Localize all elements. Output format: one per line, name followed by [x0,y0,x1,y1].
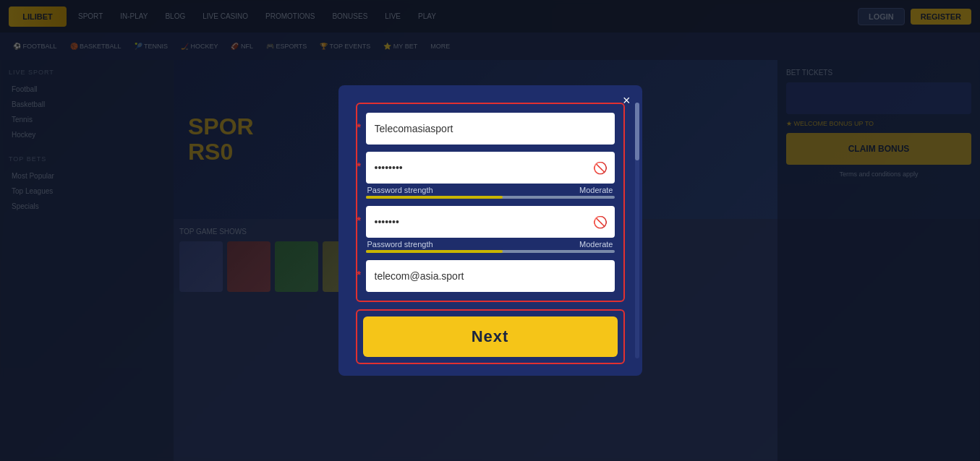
next-button[interactable]: Next [363,316,618,357]
confirm-strength-value: Moderate [579,240,613,249]
password-strength-value: Moderate [579,186,613,194]
password-strength-bar-bg [366,196,615,199]
modal-scrollbar-thumb [635,103,639,160]
confirm-required-indicator: * [357,215,361,226]
confirm-strength-bar-fill [366,250,503,253]
confirm-password-toggle-icon[interactable]: 🚫 [593,215,608,229]
confirm-strength-label: Password strength [367,240,433,249]
confirm-strength-bar-bg [366,250,615,253]
confirm-password-field-group: * 🚫 Password strength Moderate [366,206,615,253]
username-required-indicator: * [357,121,361,133]
next-button-section: Next [356,309,625,364]
password-strength-row: Password strength Moderate [366,186,615,194]
password-field-wrapper: * 🚫 [366,152,615,184]
confirm-password-input[interactable] [366,206,615,238]
confirm-strength-row: Password strength Moderate [366,240,615,249]
email-required-indicator: * [357,269,361,280]
email-input[interactable] [366,260,615,292]
password-strength-label: Password strength [367,186,433,194]
modal-scrollbar[interactable] [635,103,639,358]
modal-close-button[interactable]: × [623,94,631,107]
username-input[interactable] [366,113,615,145]
password-input[interactable] [366,152,615,184]
password-toggle-icon[interactable]: 🚫 [593,161,608,175]
registration-modal: × * * 🚫 Password strength Moderate [338,85,642,376]
email-field-wrapper: * [366,260,615,292]
form-section: * * 🚫 Password strength Moderate * � [356,103,625,302]
password-strength-bar-fill [366,196,503,199]
username-field-wrapper: * [366,113,615,145]
confirm-password-field-wrapper: * 🚫 [366,206,615,238]
password-field-group: * 🚫 Password strength Moderate [366,152,615,199]
password-required-indicator: * [357,160,361,172]
